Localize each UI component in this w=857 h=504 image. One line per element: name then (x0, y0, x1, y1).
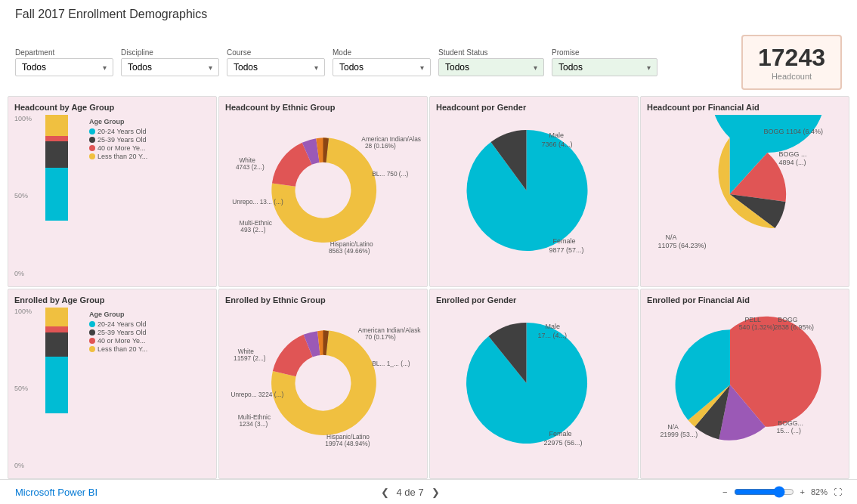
svg-text:9877 (57...): 9877 (57...) (549, 246, 584, 254)
promise-select[interactable]: Todos ▾ (552, 58, 657, 76)
svg-text:15... (...): 15... (...) (776, 426, 801, 434)
svg-text:493 (2...): 493 (2...) (240, 226, 265, 233)
svg-rect-27 (45, 357, 68, 413)
svg-text:PELL: PELL (745, 316, 762, 323)
ethnic-donut-chart: American Indian/Alaska ... 28 (0.16%) BL… (225, 115, 421, 258)
zoom-level: 82% (811, 487, 828, 496)
course-select[interactable]: Todos ▾ (227, 58, 325, 76)
age-legend: Age Group 20-24 Years Old 25-39 Years Ol… (89, 118, 147, 280)
zoom-slider[interactable] (734, 486, 794, 498)
chart-headcount-financial: Headcount por Financial Aid BOGG 1104 (6… (640, 96, 849, 287)
svg-text:BOGG ...: BOGG ... (779, 150, 807, 158)
chevron-down-icon: ▾ (209, 63, 212, 72)
mode-filter: Mode Todos ▾ (333, 48, 431, 76)
svg-rect-1 (45, 136, 68, 141)
enrolled-ethnic-donut: American Indian/Alaska ... 70 (0.17%) BL… (225, 308, 421, 451)
chevron-down-icon: ▾ (647, 63, 651, 72)
svg-text:7366 (4...): 7366 (4...) (542, 141, 573, 148)
mode-select[interactable]: Todos ▾ (333, 58, 431, 76)
svg-text:21999 (53...): 21999 (53...) (660, 431, 698, 438)
financial-pie-chart-top: BOGG 1104 (6.4%) BOGG ... 4894 (...) N/A… (647, 115, 843, 258)
brand-link[interactable]: Microsoft Power BI (15, 487, 97, 498)
svg-point-4 (295, 162, 351, 218)
chart-headcount-gender: Headcount por Gender Male 7366 (4...) Fe… (429, 96, 639, 287)
zoom-in-button[interactable]: + (800, 487, 805, 496)
svg-text:4743 (2...): 4743 (2...) (236, 163, 265, 171)
svg-text:1234 (3...): 1234 (3...) (240, 419, 268, 427)
age-bar-chart (38, 115, 83, 221)
course-filter: Course Todos ▾ (227, 48, 325, 76)
svg-text:28 (0.16%): 28 (0.16%) (365, 142, 396, 150)
chevron-down-icon: ▾ (314, 63, 318, 72)
svg-text:BOGG...: BOGG... (778, 419, 803, 426)
svg-text:BOGG 1104 (6.4%): BOGG 1104 (6.4%) (764, 128, 824, 135)
svg-text:Unrepo... 3224 (...): Unrepo... 3224 (...) (230, 391, 283, 398)
zoom-controls: − + 82% ⛶ (722, 486, 842, 498)
headcount-box: 17243 Headcount (741, 35, 842, 90)
enrolled-age-legend: Age Group 20-24 Years Old 25-39 Years Ol… (89, 311, 147, 473)
chart-enrolled-age: Enrolled by Age Group 100% 50% 0% Age Gr… (8, 289, 217, 480)
gender-pie-chart: Male 7366 (4...) Female 9877 (57...) (436, 115, 632, 258)
svg-text:22975 (56...): 22975 (56...) (544, 439, 583, 447)
pagination-controls: ❮ 4 de 7 ❯ (381, 487, 440, 498)
svg-text:N/A: N/A (666, 233, 677, 241)
chevron-down-icon: ▾ (103, 63, 107, 72)
zoom-out-button[interactable]: − (722, 487, 727, 496)
svg-text:BOGG: BOGG (778, 316, 797, 323)
headcount-number: 17243 (758, 44, 825, 72)
svg-text:540 (1.32%): 540 (1.32%) (739, 323, 775, 331)
chart-enrolled-gender: Enrolled por Gender Male 17... (4...) Fe… (429, 289, 639, 480)
svg-text:4894 (...): 4894 (...) (779, 159, 806, 166)
page-indicator: 4 de 7 (397, 487, 424, 498)
chart-headcount-age: Headcount by Age Group 100% 50% 0% Age G… (8, 96, 217, 287)
fit-to-screen-icon[interactable]: ⛶ (834, 487, 842, 496)
svg-text:BL... 750 (...): BL... 750 (...) (372, 170, 408, 178)
headcount-label: Headcount (758, 72, 825, 81)
promise-filter: Promise Todos ▾ (552, 48, 657, 76)
svg-text:Unrepo... 13... (...): Unrepo... 13... (...) (232, 198, 283, 206)
svg-text:BL... 1_... (...): BL... 1_... (...) (372, 359, 410, 366)
svg-text:19974 (48.94%): 19974 (48.94%) (325, 439, 370, 447)
department-select[interactable]: Todos ▾ (15, 58, 113, 76)
prev-page-button[interactable]: ❮ (381, 487, 389, 498)
discipline-filter: Discipline Todos ▾ (121, 48, 219, 76)
svg-text:Male: Male (546, 323, 561, 330)
svg-text:17... (4...): 17... (4...) (538, 332, 568, 339)
department-filter: Department Todos ▾ (15, 48, 113, 76)
svg-text:2838 (6.95%): 2838 (6.95%) (774, 323, 814, 331)
svg-rect-24 (45, 308, 68, 326)
svg-text:Male: Male (549, 131, 565, 139)
svg-text:70 (0.17%): 70 (0.17%) (365, 333, 396, 341)
svg-rect-25 (45, 326, 68, 332)
filters-row: Department Todos ▾ Discipline Todos ▾ Co… (0, 31, 857, 96)
page-title: Fall 2017 Enrollment Demographics (15, 8, 842, 21)
chart-headcount-ethnic: Headcount by Ethnic Group (218, 96, 428, 287)
chevron-down-icon: ▾ (420, 63, 424, 72)
chart-enrolled-ethnic: Enrolled by Ethnic Group American Indian… (218, 289, 428, 480)
svg-rect-0 (45, 115, 68, 136)
svg-text:11075 (64.23%): 11075 (64.23%) (658, 242, 707, 249)
charts-grid: Headcount by Age Group 100% 50% 0% Age G… (0, 96, 857, 479)
svg-rect-3 (45, 168, 68, 221)
discipline-select[interactable]: Todos ▾ (121, 58, 219, 76)
svg-point-28 (295, 354, 351, 410)
next-page-button[interactable]: ❯ (432, 487, 440, 498)
student-status-filter: Student Status Todos ▾ (438, 48, 544, 76)
svg-text:11597 (2...): 11597 (2...) (234, 354, 266, 362)
svg-rect-2 (45, 141, 68, 168)
chart-enrolled-financial: Enrolled por Financial Aid (640, 289, 849, 480)
svg-text:N/A: N/A (667, 422, 679, 430)
footer: Microsoft Power BI ❮ 4 de 7 ❯ − + 82% ⛶ (0, 479, 857, 504)
svg-rect-26 (45, 332, 68, 357)
student-status-select[interactable]: Todos ▾ (438, 58, 544, 76)
enrolled-financial-pie: PELL 540 (1.32%) BOGG 2838 (6.95%) BOGG.… (647, 308, 843, 451)
enrolled-gender-pie: Male 17... (4...) Female 22975 (56...) (436, 308, 632, 451)
svg-text:8563 (49.66%): 8563 (49.66%) (329, 247, 370, 255)
chevron-down-icon: ▾ (534, 63, 537, 72)
svg-text:Female: Female (549, 430, 572, 438)
svg-text:Female: Female (553, 237, 576, 245)
enrolled-age-bar (38, 308, 83, 413)
